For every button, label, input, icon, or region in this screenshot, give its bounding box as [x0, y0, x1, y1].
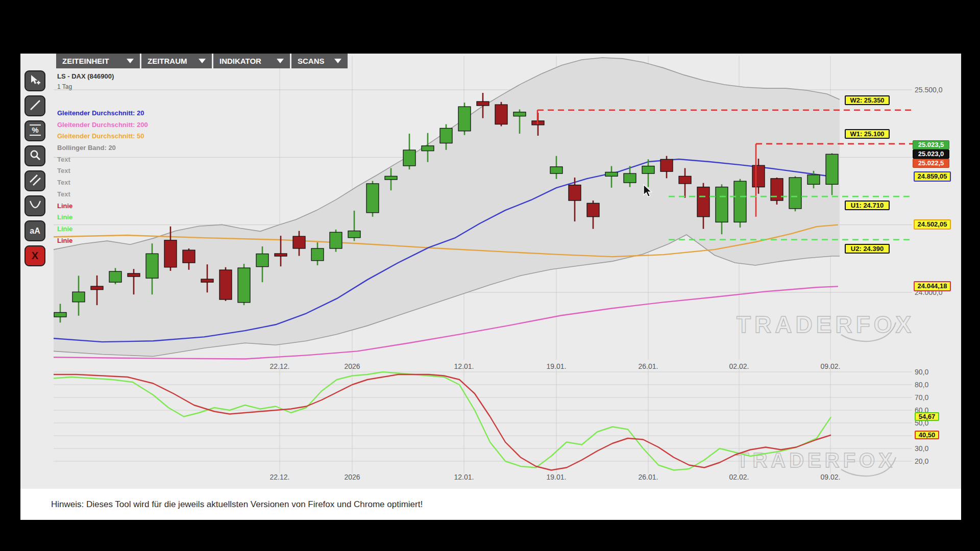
- x-axis-label: 26.01.: [639, 473, 658, 481]
- x-icon: X: [32, 250, 38, 262]
- ma-value-tag: 24.859,05: [914, 171, 951, 182]
- curve-tool-button[interactable]: [24, 195, 45, 216]
- x-axis-label: 02.02.: [729, 473, 749, 481]
- indicator-value-tag: 54,67: [915, 412, 939, 421]
- instrument-title: LS - DAX (846900): [57, 72, 114, 80]
- legend-item: Linie: [57, 235, 148, 247]
- indicator-axis-label: 80,0: [915, 381, 928, 389]
- parallel-lines-icon: [29, 174, 41, 188]
- stochastic-slow-line: [54, 374, 831, 470]
- level-label-w1: W1: 25.100: [845, 129, 890, 139]
- menu-tab-label: ZEITEINHEIT: [62, 54, 109, 68]
- legend-item: Gleitender Durchschnitt: 200: [57, 119, 148, 131]
- trading-app-window: TRADERFOXTRADERFOX ZEITEINHEITZEITRAUMIN…: [0, 0, 980, 551]
- parallel-lines-tool-button[interactable]: [24, 170, 45, 191]
- diagonal-line-icon: [29, 99, 41, 113]
- x-axis-label: 22.12.: [270, 473, 290, 481]
- legend-item: Gleitender Durchschnitt: 20: [57, 108, 148, 119]
- menu-tab-label: SCANS: [298, 54, 325, 68]
- zoom-tool-button[interactable]: [24, 145, 45, 166]
- x-axis-label: 09.02.: [821, 473, 841, 481]
- timeframe-label: 1 Tag: [57, 83, 72, 90]
- stochastic-fast-line: [54, 372, 831, 470]
- quote-price-tag: 25.023,5: [913, 140, 949, 149]
- legend-item: Linie: [57, 212, 148, 223]
- legend-item: Bollinger Band: 20: [57, 142, 148, 154]
- menu-bar: ZEITEINHEITZEITRAUMINDIKATORSCANS: [56, 54, 348, 68]
- chevron-down-icon: [127, 59, 134, 63]
- trendline-tool-button[interactable]: [24, 95, 45, 116]
- mouse-cursor: [643, 184, 656, 198]
- percent-tool-button[interactable]: %: [24, 120, 45, 141]
- legend-item: Linie: [57, 201, 148, 212]
- x-axis-label: 12.01.: [454, 362, 474, 370]
- legend-item: Text: [57, 177, 148, 189]
- legend-item: Text: [57, 154, 148, 166]
- menu-tab-indikator[interactable]: INDIKATOR: [213, 54, 290, 68]
- text-tool-button[interactable]: aA: [24, 220, 45, 241]
- percent-lines-icon: %: [29, 123, 42, 139]
- legend-item: Text: [57, 189, 148, 201]
- x-axis-label: 22.12.: [270, 362, 290, 370]
- menu-tab-zeitraum[interactable]: ZEITRAUM: [141, 54, 212, 68]
- menu-tab-label: INDIKATOR: [219, 54, 261, 68]
- ma-value-tag: 24.502,05: [914, 219, 951, 230]
- delete-tool-button[interactable]: X: [24, 245, 45, 266]
- indicator-axis-label: 20,0: [915, 457, 928, 465]
- x-axis-label: 19.01.: [547, 362, 567, 370]
- svg-text:%: %: [32, 126, 38, 134]
- chevron-down-icon: [334, 59, 341, 63]
- curve-icon: [29, 199, 42, 213]
- x-axis-label: 19.01.: [547, 473, 567, 481]
- legend-item: Linie: [57, 223, 148, 235]
- menu-tab-zeiteinheit[interactable]: ZEITEINHEIT: [56, 54, 140, 68]
- chevron-down-icon: [277, 59, 284, 63]
- legend-item: Text: [57, 165, 148, 177]
- x-axis-label: 02.02.: [729, 362, 749, 370]
- indicator-axis-label: 90,0: [915, 368, 928, 376]
- x-axis-label: 12.01.: [454, 473, 474, 481]
- level-label-w2: W2: 25.350: [845, 95, 890, 105]
- chart-legend: Gleitender Durchschnitt: 20Gleitender Du…: [57, 108, 148, 246]
- indicator-axis-label: 30,0: [915, 444, 928, 453]
- quote-price-tag: 25.022,5: [913, 159, 949, 168]
- x-axis-label: 26.01.: [639, 362, 658, 370]
- text-icon: aA: [30, 227, 40, 236]
- price-axis-label: 25.500,0: [915, 86, 943, 94]
- indicator-value-tag: 40,50: [915, 431, 939, 439]
- menu-tab-scans[interactable]: SCANS: [291, 54, 348, 68]
- chevron-down-icon: [199, 59, 206, 63]
- level-label-u1: U1: 24.710: [845, 201, 890, 210]
- menu-tab-label: ZEITRAUM: [148, 54, 187, 68]
- svg-text:TRADERFOX: TRADERFOX: [737, 449, 896, 471]
- indicator-axis-label: 70,0: [915, 393, 928, 402]
- legend-item: Gleitender Durchschnitt: 50: [57, 131, 148, 142]
- ma-value-tag: 24.044,18: [914, 281, 951, 291]
- x-axis-label: 2026: [344, 362, 360, 370]
- candlestick-chart-canvas[interactable]: TRADERFOXTRADERFOX: [0, 0, 980, 551]
- quote-price-tag: 25.023,0: [913, 149, 949, 159]
- x-axis-label: 2026: [344, 473, 360, 481]
- cursor-plus-icon: [29, 74, 41, 88]
- level-label-u2: U2: 24.390: [845, 244, 890, 254]
- select-cursor-tool-button[interactable]: [24, 70, 45, 91]
- x-axis-label: 09.02.: [821, 362, 841, 370]
- magnifier-icon: [29, 149, 41, 163]
